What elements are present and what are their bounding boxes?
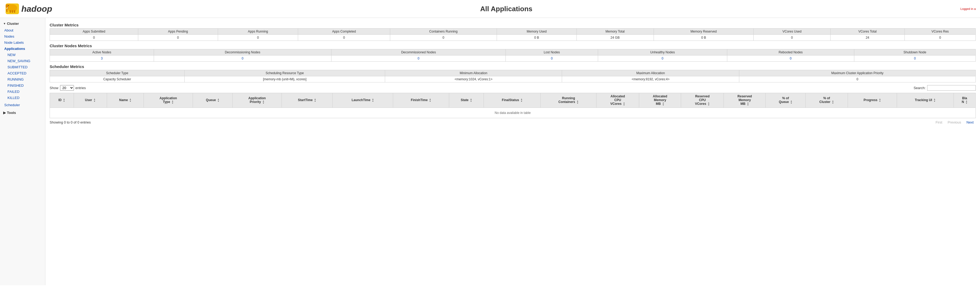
col-reserved-memory-mb[interactable]: ReservedMemoryMB ▲▼ bbox=[724, 93, 766, 108]
col-id[interactable]: ID ▲▼ bbox=[50, 93, 74, 108]
sidebar-item-new[interactable]: NEW bbox=[0, 52, 45, 58]
cluster-arrow-icon: ▼ bbox=[3, 22, 6, 25]
first-page-btn[interactable]: First bbox=[933, 120, 944, 125]
new-link[interactable]: NEW bbox=[8, 53, 16, 57]
col-vcores-used: VCores Used bbox=[754, 29, 830, 35]
sidebar-item-submitted[interactable]: SUBMITTED bbox=[0, 64, 45, 70]
col-running-containers[interactable]: RunningContainers ▲▼ bbox=[541, 93, 597, 108]
memory-used-val: 0 B bbox=[497, 35, 576, 41]
running-link[interactable]: RUNNING bbox=[8, 77, 24, 81]
pagination: First Previous Next bbox=[933, 120, 976, 125]
col-pct-queue[interactable]: % ofQueue ▲▼ bbox=[766, 93, 805, 108]
col-finish-time[interactable]: FinishTime ▲▼ bbox=[393, 93, 449, 108]
sidebar-item-scheduler[interactable]: Scheduler bbox=[0, 102, 45, 108]
submitted-link[interactable]: SUBMITTED bbox=[8, 65, 27, 69]
table-controls: Show 10 20 50 100 entries Search: bbox=[49, 85, 976, 91]
no-data-row: No data available in table bbox=[50, 108, 976, 118]
col-memory-total: Memory Total bbox=[576, 29, 654, 35]
col-allocated-cpu-vcores[interactable]: AllocatedCPUVCores ▲▼ bbox=[596, 93, 639, 108]
col-apps-pending: Apps Pending bbox=[138, 29, 218, 35]
col-queue[interactable]: Queue ▲▼ bbox=[193, 93, 232, 108]
col-max-cluster-app-priority: Maximum Cluster Application Priority bbox=[739, 70, 975, 76]
col-minimum-allocation: Minimum Allocation bbox=[385, 70, 562, 76]
col-allocated-memory-mb[interactable]: AllocatedMemoryMB ▲▼ bbox=[639, 93, 681, 108]
pct-queue-sort-icon: ▲▼ bbox=[790, 100, 792, 104]
col-state[interactable]: State ▲▼ bbox=[449, 93, 484, 108]
finished-link[interactable]: FINISHED bbox=[8, 84, 24, 87]
scheduling-resource-type-val: [memory-mb (unit=Mi), vcores] bbox=[185, 76, 385, 83]
scheduler-link[interactable]: Scheduler bbox=[4, 103, 20, 107]
tools-label: Tools bbox=[7, 111, 16, 115]
about-link[interactable]: About bbox=[4, 28, 13, 32]
page-title: All Applications bbox=[52, 5, 961, 13]
sidebar-item-accepted[interactable]: ACCEPTED bbox=[0, 70, 45, 76]
tools-header[interactable]: ▶ Tools bbox=[0, 109, 45, 116]
tools-arrow-icon: ▶ bbox=[3, 111, 6, 115]
col-application-type[interactable]: ApplicationType ▲▼ bbox=[144, 93, 193, 108]
applications-table: ID ▲▼ User ▲▼ Name ▲▼ ApplicationType ▲▼… bbox=[49, 93, 976, 118]
app-type-sort-icon: ▲▼ bbox=[172, 100, 174, 104]
killed-link[interactable]: KILLED bbox=[8, 96, 19, 100]
cluster-nodes-metrics-title: Cluster Nodes Metrics bbox=[49, 43, 976, 48]
col-bla-n[interactable]: BlaN ▲▼ bbox=[954, 93, 975, 108]
col-tracking-ui[interactable]: Tracking UI ▲▼ bbox=[897, 93, 954, 108]
vcores-used-val: 0 bbox=[754, 35, 830, 41]
cluster-metrics-title: Cluster Metrics bbox=[49, 23, 976, 27]
col-reserved-cpu-vcores[interactable]: ReservedCPUVCores ▲▼ bbox=[681, 93, 724, 108]
col-scheduler-type: Scheduler Type bbox=[50, 70, 185, 76]
col-progress[interactable]: Progress ▲▼ bbox=[848, 93, 897, 108]
next-page-btn[interactable]: Next bbox=[964, 120, 976, 125]
col-decommissioning-nodes: Decommissioning Nodes bbox=[154, 49, 331, 56]
scheduler-metrics-table: Scheduler Type Scheduling Resource Type … bbox=[49, 70, 976, 83]
col-launch-time[interactable]: LaunchTime ▲▼ bbox=[332, 93, 393, 108]
sidebar-item-about[interactable]: About bbox=[0, 27, 45, 33]
cluster-header[interactable]: ▼ Cluster bbox=[0, 20, 45, 27]
sidebar-item-running[interactable]: RUNNING bbox=[0, 76, 45, 83]
sidebar-item-applications[interactable]: Applications bbox=[0, 46, 45, 52]
col-final-status[interactable]: FinalStatus ▲▼ bbox=[484, 93, 541, 108]
scheduler-type-val: Capacity Scheduler bbox=[50, 76, 185, 83]
accepted-link[interactable]: ACCEPTED bbox=[8, 71, 26, 75]
col-name[interactable]: Name ▲▼ bbox=[107, 93, 143, 108]
sidebar-item-node-labels[interactable]: Node Labels bbox=[0, 40, 45, 46]
rebooted-nodes-val: 0 bbox=[727, 56, 854, 62]
search-label: Search: bbox=[913, 86, 926, 90]
new-saving-link[interactable]: NEW_SAVING bbox=[8, 59, 30, 63]
memory-reserved-val: 0 B bbox=[654, 35, 753, 41]
name-sort-icon: ▲▼ bbox=[129, 98, 132, 102]
sidebar-item-failed[interactable]: FAILED bbox=[0, 89, 45, 95]
cluster-label: Cluster bbox=[7, 22, 19, 25]
sidebar-item-finished[interactable]: FINISHED bbox=[0, 83, 45, 89]
apps-running-val: 0 bbox=[218, 35, 298, 41]
sidebar-item-nodes[interactable]: Nodes bbox=[0, 33, 45, 40]
showing-text: Showing 0 to 0 of 0 entries bbox=[49, 120, 91, 124]
svg-rect-7 bbox=[14, 10, 15, 13]
col-memory-reserved: Memory Reserved bbox=[654, 29, 753, 35]
failed-link[interactable]: FAILED bbox=[8, 90, 19, 94]
col-start-time[interactable]: StartTime ▲▼ bbox=[282, 93, 332, 108]
col-maximum-allocation: Maximum Allocation bbox=[562, 70, 739, 76]
col-application-priority[interactable]: ApplicationPriority ▲▼ bbox=[232, 93, 282, 108]
col-pct-cluster[interactable]: % ofCluster ▲▼ bbox=[805, 93, 848, 108]
show-entries-area: Show 10 20 50 100 entries bbox=[49, 85, 86, 91]
previous-page-btn[interactable]: Previous bbox=[946, 120, 964, 125]
svg-rect-6 bbox=[12, 10, 13, 13]
sidebar-item-killed[interactable]: KILLED bbox=[0, 95, 45, 101]
nodes-link[interactable]: Nodes bbox=[4, 34, 14, 38]
search-input[interactable] bbox=[927, 85, 976, 91]
svg-point-3 bbox=[6, 4, 8, 8]
minimum-allocation-val: <memory:1024, vCores:1> bbox=[385, 76, 562, 83]
sidebar-item-new-saving[interactable]: NEW_SAVING bbox=[0, 58, 45, 64]
entries-select[interactable]: 10 20 50 100 bbox=[60, 85, 74, 91]
applications-link[interactable]: Applications bbox=[4, 47, 25, 51]
launch-time-sort-icon: ▲▼ bbox=[372, 98, 374, 102]
col-unhealthy-nodes: Unhealthy Nodes bbox=[598, 49, 727, 56]
cluster-nodes-table: Active Nodes Decommissioning Nodes Decom… bbox=[49, 49, 976, 62]
hadoop-logo-icon bbox=[4, 2, 20, 16]
col-user[interactable]: User ▲▼ bbox=[74, 93, 107, 108]
node-labels-link[interactable]: Node Labels bbox=[4, 41, 24, 44]
bla-n-sort-icon: ▲▼ bbox=[966, 100, 968, 104]
cluster-nodes-row: 3 0 0 0 0 0 0 bbox=[50, 56, 976, 62]
active-nodes-val: 3 bbox=[50, 56, 154, 62]
app-priority-sort-icon: ▲▼ bbox=[262, 100, 264, 104]
